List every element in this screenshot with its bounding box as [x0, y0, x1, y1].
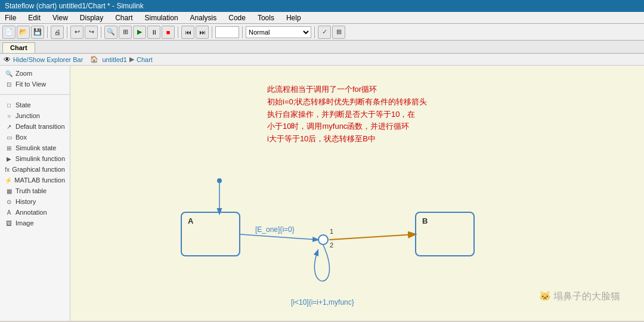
sep6	[242, 26, 243, 38]
stop-button[interactable]: ■	[162, 26, 175, 39]
sidebar-image[interactable]: 🖼 Image	[0, 218, 70, 228]
breadcrumb-chart[interactable]: Chart	[137, 56, 153, 63]
fit-icon: ⊡	[5, 81, 13, 88]
svg-point-1	[217, 178, 222, 183]
sidebar-history[interactable]: ⊙ History	[0, 196, 70, 207]
annotation-label: Annotation	[16, 209, 47, 216]
sidebar-simulink-state[interactable]: ⊞ Simulink state	[0, 143, 70, 153]
tab-chart[interactable]: Chart	[2, 42, 35, 53]
sim-state-label: Simulink state	[16, 144, 56, 151]
breadcrumb-untitled[interactable]: untitled1	[102, 56, 127, 63]
fit-button[interactable]: ⊞	[119, 26, 132, 39]
hide-show-label[interactable]: Hide/Show Explorer Bar	[13, 56, 83, 63]
menu-analysis[interactable]: Analysis	[188, 13, 219, 23]
sidebar-junction[interactable]: ○ Junction	[0, 110, 70, 121]
menu-simulation[interactable]: Simulation	[143, 13, 181, 23]
sep2	[67, 26, 67, 38]
menu-display[interactable]: Display	[78, 13, 106, 23]
grid-button[interactable]: ⊞	[332, 26, 345, 39]
annotation-line-2: 初始i=0;状态转移时优先判断有条件的转移箭头	[267, 96, 427, 109]
menu-view[interactable]: View	[50, 13, 70, 23]
sidebar-matlab-function[interactable]: ⚡ MATLAB function	[0, 175, 70, 185]
junction-label: Junction	[16, 112, 40, 119]
sim-state-icon: ⊞	[5, 145, 13, 151]
check-button[interactable]: ✓	[318, 26, 331, 39]
print-button[interactable]: 🖨	[51, 26, 64, 39]
sidebar-box[interactable]: ▭ Box	[0, 132, 70, 143]
sep4	[178, 26, 178, 38]
sidebar-graphical-function[interactable]: fx Graphical function	[0, 164, 70, 175]
new-button[interactable]: 📄	[2, 26, 16, 39]
menu-edit[interactable]: Edit	[26, 13, 43, 23]
redo-button[interactable]: ↪	[85, 26, 98, 39]
open-button[interactable]: 📂	[17, 26, 30, 39]
menu-bar: File Edit View Display Chart Simulation …	[0, 12, 644, 24]
save-button[interactable]: 💾	[31, 26, 44, 39]
menu-help[interactable]: Help	[284, 13, 304, 23]
sidebar-elements: □ State ○ Junction ↗ Default transition …	[0, 97, 70, 231]
menu-code[interactable]: Code	[226, 13, 248, 23]
matlab-label: MATLAB function	[14, 177, 65, 184]
sidebar-state[interactable]: □ State	[0, 100, 70, 110]
sidebar-default-transition[interactable]: ↗ Default transition	[0, 121, 70, 132]
graph-func-icon: fx	[5, 166, 10, 173]
step-fwd-button[interactable]: ⏭	[196, 26, 209, 39]
state-b[interactable]: B	[415, 212, 475, 256]
sep5	[212, 26, 212, 38]
annotation-line-4: 小于10时，调用myfunc函数，并进行循环	[267, 120, 427, 133]
state-icon: □	[5, 102, 13, 109]
junction-icon: ○	[5, 113, 13, 119]
annotation-icon: A	[5, 209, 13, 216]
svg-line-2	[240, 234, 318, 240]
annotation-line-1: 此流程相当于调用了一个for循环	[267, 83, 427, 96]
breadcrumb-arrow: ▶	[129, 55, 134, 63]
annotation-text: 此流程相当于调用了一个for循环 初始i=0;状态转移时优先判断有条件的转移箭头…	[267, 83, 427, 145]
truth-icon: ▦	[5, 188, 13, 194]
menu-chart[interactable]: Chart	[113, 13, 135, 23]
annotation-line-5: i大于等于10后，状态转移至B中	[267, 133, 427, 145]
sidebar: 🔍 Zoom ⊡ Fit to View □ State ○ Junction …	[0, 66, 70, 321]
image-icon: 🖼	[5, 220, 13, 227]
sidebar-simulink-function[interactable]: ▶ Simulink function	[0, 153, 70, 164]
step-back-button[interactable]: ⏮	[181, 26, 194, 39]
transition-label-1: [E_one]{i=0}	[255, 225, 295, 234]
sim-mode-select[interactable]: Normal Accelerator Rapid Accelerator	[246, 26, 311, 38]
tab-bar: Chart	[0, 41, 644, 54]
image-label: Image	[16, 219, 34, 227]
zoom-input[interactable]: 10.0	[215, 26, 239, 38]
pause-button[interactable]: ⏸	[147, 26, 160, 39]
state-label: State	[16, 101, 31, 109]
canvas[interactable]: 此流程相当于调用了一个for循环 初始i=0;状态转移时优先判断有条件的转移箭头…	[70, 66, 644, 321]
eye-icon: 👁	[4, 55, 11, 64]
zoom-icon: 🔍	[5, 70, 13, 77]
state-b-label: B	[422, 216, 428, 225]
truth-label: Truth table	[16, 187, 47, 194]
sep7	[314, 26, 315, 38]
matlab-icon: ⚡	[5, 177, 12, 184]
run-button[interactable]: ▶	[133, 26, 146, 39]
undo-button[interactable]: ↩	[70, 26, 83, 39]
zoom-in-button[interactable]: 🔍	[104, 26, 117, 39]
history-icon: ⊙	[5, 199, 13, 205]
junction-label-2: 2	[330, 242, 333, 249]
sidebar-fit-to-view[interactable]: ⊡ Fit to View	[0, 79, 70, 89]
watermark: 🐱 塌鼻子的大脸猫	[539, 290, 620, 303]
tab-chart-label: Chart	[10, 44, 27, 51]
state-a[interactable]: A	[181, 212, 240, 256]
annotation-line-3: 执行自家操作，并判断是否大于等于10，在	[267, 109, 427, 121]
sidebar-annotation[interactable]: A Annotation	[0, 207, 70, 218]
junction-circle[interactable]	[318, 234, 329, 245]
breadcrumb-sep1: 🏠	[90, 55, 98, 63]
box-icon: ▭	[5, 134, 13, 141]
menu-file[interactable]: File	[2, 13, 18, 23]
sep1	[47, 26, 48, 38]
sep3	[101, 26, 101, 38]
box-label: Box	[16, 134, 27, 141]
menu-tools[interactable]: Tools	[255, 13, 277, 23]
sidebar-zoom[interactable]: 🔍 Zoom	[0, 68, 70, 79]
junction-label-1: 1	[330, 228, 333, 235]
sidebar-truth-table[interactable]: ▦ Truth table	[0, 185, 70, 196]
state-a-label: A	[188, 216, 193, 225]
svg-line-3	[329, 234, 415, 240]
default-trans-label: Default transition	[16, 123, 65, 130]
